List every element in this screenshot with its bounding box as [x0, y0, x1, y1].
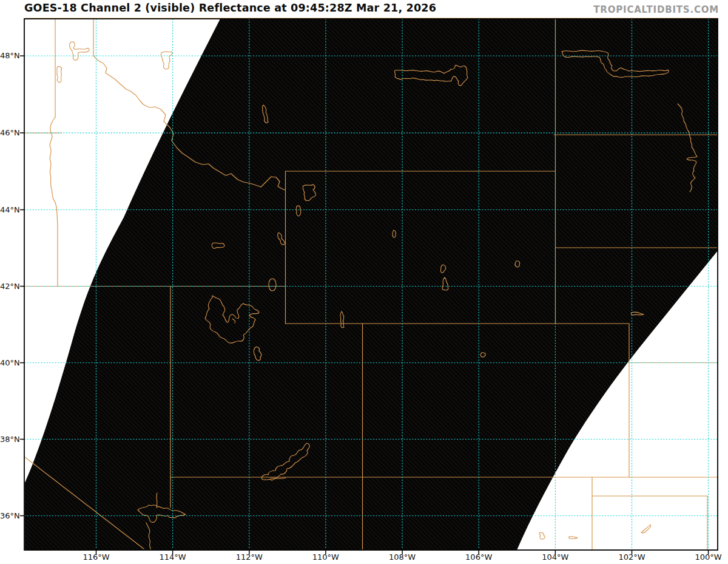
y-axis-label: 38°N [0, 434, 19, 444]
x-axis-label: 116°W [77, 552, 116, 562]
y-axis-label: 44°N [0, 205, 19, 215]
y-axis-label: 48°N [0, 50, 19, 61]
x-axis-label: 110°W [306, 552, 345, 562]
x-axis-label: 100°W [689, 552, 728, 562]
x-axis-label: 112°W [230, 552, 269, 562]
y-axis-label: 46°N [0, 127, 19, 138]
x-axis-label: 106°W [459, 552, 498, 562]
y-axis-label: 42°N [0, 281, 19, 291]
x-axis-label: 114°W [153, 552, 192, 562]
x-axis-label: 104°W [536, 552, 575, 562]
y-axis-label: 40°N [0, 358, 19, 368]
x-axis-label: 102°W [613, 552, 652, 562]
satellite-image-viewer: GOES-18 Channel 2 (visible) Reflectance … [0, 0, 728, 564]
y-axis-label: 36°N [0, 511, 19, 521]
x-axis-label: 108°W [383, 552, 422, 562]
satellite-map [0, 0, 728, 564]
